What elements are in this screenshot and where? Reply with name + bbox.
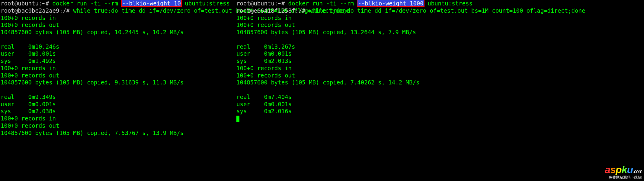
time-real: real 0m13.267s [236, 43, 295, 50]
output-line: 100+0 records out [1, 122, 59, 129]
cmd-text: ubuntu:stress [181, 0, 230, 7]
output-line: 104857600 bytes (105 MB) copied, 9.31639… [1, 79, 184, 86]
output-line: 100+0 records out [1, 21, 59, 28]
output-line: 100+0 records in [1, 115, 56, 122]
output-line: 100+0 records in [236, 15, 292, 21]
output-line: 104857600 bytes (105 MB) copied, 10.2445… [1, 29, 184, 35]
watermark-sub: 免费网站源码下载站! [605, 175, 642, 180]
output-line: 100+0 records out [1, 72, 59, 79]
cursor-icon [236, 116, 239, 122]
brand-letter: u [627, 164, 633, 175]
time-real: real 0m9.349s [1, 94, 56, 100]
terminal-right[interactable]: root@ubuntu:~# docker run -ti --rm --blk… [236, 0, 644, 181]
shell-prompt: root@e66418f1258f:/# [236, 7, 309, 14]
watermark-brand: aspku.com [605, 163, 642, 176]
time-real: real 0m7.404s [236, 94, 292, 100]
terminal-left[interactable]: root@ubuntu:~# docker run -ti --rm --blk… [0, 0, 236, 181]
output-line: 100+0 records in [1, 65, 56, 71]
cmd-text: ubuntu:stress [424, 0, 473, 7]
brand-letter: p [616, 164, 622, 175]
time-real: real 0m10.246s [1, 43, 59, 50]
watermark: aspku.com 免费网站源码下载站! [605, 163, 642, 180]
brand-letter: k [622, 164, 627, 175]
cmd-text: while true;do time dd if=/dev/zero of=te… [309, 7, 585, 14]
time-sys: sys 0m2.038s [1, 108, 56, 114]
output-line: 100+0 records out [236, 21, 295, 28]
output-line: 100+0 records out [236, 72, 295, 79]
blkio-flag-highlight: --blkio-weight 1000 [357, 0, 424, 7]
output-line: 104857600 bytes (105 MB) copied, 13.2644… [236, 29, 416, 35]
time-sys: sys 0m2.016s [236, 108, 292, 114]
shell-prompt: root@bac0be2a2ae9:/# [1, 7, 73, 14]
shell-prompt: root@ubuntu:~# [236, 0, 288, 7]
time-user: user 0m0.001s [1, 50, 56, 57]
time-user: user 0m0.001s [236, 50, 292, 57]
brand-letter: s [610, 164, 616, 175]
blkio-flag-highlight: --blkio-weight 10 [121, 0, 181, 7]
brand-dotcom: .com [633, 169, 642, 174]
cmd-text: docker run -ti --rm [53, 0, 122, 7]
output-line: 104857600 bytes (105 MB) copied, 7.40262… [236, 79, 419, 86]
time-user: user 0m0.001s [1, 101, 56, 107]
cmd-text: docker run -ti --rm [288, 0, 357, 7]
output-line: 104857600 bytes (105 MB) copied, 7.53767… [1, 130, 184, 136]
time-user: user 0m0.001s [236, 101, 292, 107]
time-sys: sys 0m1.492s [1, 58, 56, 64]
output-line: 100+0 records in [1, 15, 56, 21]
brand-letter: a [605, 164, 610, 175]
output-line: 100+0 records in [236, 65, 292, 71]
shell-prompt: root@ubuntu:~# [1, 0, 53, 7]
time-sys: sys 0m2.013s [236, 58, 292, 64]
